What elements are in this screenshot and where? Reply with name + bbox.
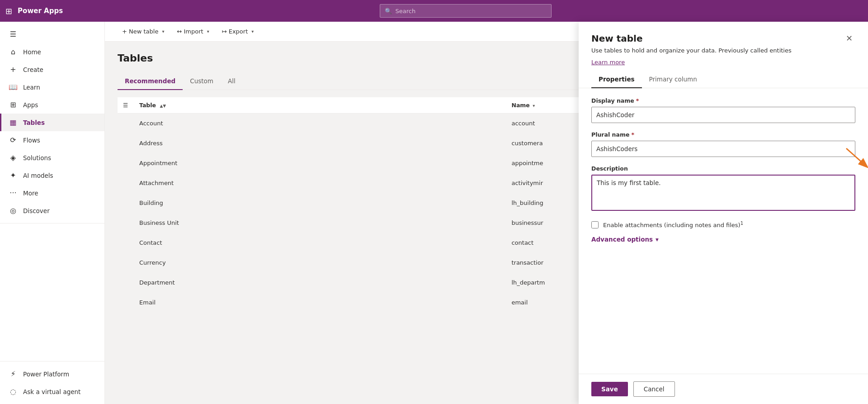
- row-icon-cell: [118, 273, 134, 293]
- sidebar-label-power-platform: Power Platform: [23, 371, 69, 378]
- ai-icon: ✦: [9, 171, 18, 180]
- new-table-label: + New table: [122, 28, 158, 35]
- sidebar-label-apps: Apps: [23, 101, 38, 109]
- attachments-label: Enable attachments (including notes and …: [603, 221, 743, 228]
- panel-tab-primary-column[interactable]: Primary column: [642, 71, 704, 88]
- save-button[interactable]: Save: [591, 382, 628, 396]
- sidebar-item-discover[interactable]: ◎ Discover: [0, 202, 104, 219]
- description-textarea[interactable]: This is my first table.: [591, 175, 855, 211]
- tab-all[interactable]: All: [221, 73, 243, 90]
- sidebar-label-solutions: Solutions: [23, 154, 51, 162]
- row-table-name[interactable]: Building: [134, 193, 506, 213]
- sidebar-label-tables: Tables: [23, 119, 45, 126]
- attachments-superscript: 1: [741, 221, 743, 226]
- sidebar-top: ☰ ⌂ Home + Create 📖 Learn ⊞ Apps ▦ Table…: [0, 22, 104, 223]
- learn-more-link[interactable]: Learn more: [591, 59, 625, 66]
- panel-title: New table: [591, 33, 643, 44]
- advanced-options-row[interactable]: Advanced options ▾: [591, 236, 855, 243]
- row-icon-cell: [118, 253, 134, 273]
- sidebar-label-ai: AI models: [23, 172, 53, 179]
- row-icon-cell: [118, 114, 134, 133]
- panel-tab-properties[interactable]: Properties: [591, 71, 642, 88]
- sidebar-label-virtual-agent: Ask a virtual agent: [23, 388, 80, 395]
- cancel-button[interactable]: Cancel: [633, 381, 675, 397]
- new-table-button[interactable]: + New table ▾: [116, 25, 170, 38]
- search-input[interactable]: [396, 8, 547, 14]
- tables-icon: ▦: [9, 118, 18, 127]
- app-title: Power Apps: [18, 7, 63, 15]
- hamburger-icon: ☰: [9, 30, 18, 38]
- panel-body: Display name * Plural name *: [579, 88, 868, 374]
- required-star-plural: *: [631, 131, 634, 138]
- display-name-field-group: Display name *: [591, 97, 855, 123]
- sidebar-item-home[interactable]: ⌂ Home: [0, 43, 104, 61]
- attachments-checkbox[interactable]: [591, 221, 599, 228]
- sidebar-item-flows[interactable]: ⟳ Flows: [0, 131, 104, 149]
- flows-icon: ⟳: [9, 136, 18, 144]
- display-name-input[interactable]: [591, 107, 855, 123]
- sidebar-item-create[interactable]: + Create: [0, 61, 104, 78]
- close-button[interactable]: ✕: [843, 33, 855, 44]
- sidebar-item-tables[interactable]: ▦ Tables: [0, 114, 104, 131]
- row-table-name[interactable]: Email: [134, 293, 506, 313]
- advanced-options-label: Advanced options: [591, 236, 653, 243]
- new-table-chevron: ▾: [162, 29, 164, 34]
- sidebar-label-flows: Flows: [23, 137, 40, 144]
- export-button[interactable]: ↦ Export ▾: [216, 25, 260, 38]
- sidebar-label-learn: Learn: [23, 84, 40, 91]
- plural-name-input[interactable]: [591, 141, 855, 157]
- tab-custom[interactable]: Custom: [183, 73, 221, 90]
- sidebar-item-solutions[interactable]: ◈ Solutions: [0, 149, 104, 166]
- search-bar[interactable]: 🔍: [380, 4, 552, 18]
- grid-icon[interactable]: ⊞: [5, 6, 12, 16]
- import-button[interactable]: ↔ Import ▾: [170, 25, 215, 38]
- sidebar-item-power-platform[interactable]: ⚡ Power Platform: [0, 365, 104, 383]
- row-table-name[interactable]: Business Unit: [134, 213, 506, 233]
- learn-icon: 📖: [9, 83, 18, 91]
- import-label: ↔ Import: [177, 28, 203, 35]
- solutions-icon: ◈: [9, 153, 18, 162]
- create-icon: +: [9, 65, 18, 74]
- row-icon-cell: [118, 153, 134, 173]
- plural-name-field-group: Plural name *: [591, 131, 855, 157]
- sidebar-item-hamburger[interactable]: ☰: [0, 25, 104, 43]
- sidebar-label-more: More: [23, 190, 38, 197]
- row-table-name[interactable]: Department: [134, 273, 506, 293]
- sidebar-item-more[interactable]: ··· More: [0, 184, 104, 202]
- sort-icon: ▲▼: [160, 104, 166, 108]
- row-table-name[interactable]: Account: [134, 114, 506, 133]
- new-table-panel: New table ✕ Use tables to hold and organ…: [579, 22, 868, 404]
- top-bar: ⊞ Power Apps 🔍: [0, 0, 868, 22]
- col-icon-header: ☰: [118, 97, 134, 114]
- row-icon-cell: [118, 233, 134, 253]
- description-label: Description: [591, 165, 855, 172]
- apps-icon: ⊞: [9, 100, 18, 109]
- name-chevron: ▾: [533, 103, 535, 108]
- sidebar-item-apps[interactable]: ⊞ Apps: [0, 96, 104, 114]
- panel-tabs: Properties Primary column: [591, 71, 855, 88]
- panel-title-row: New table ✕: [591, 33, 855, 44]
- row-table-name[interactable]: Appointment: [134, 153, 506, 173]
- col-table-header[interactable]: Table ▲▼: [134, 97, 506, 114]
- power-platform-icon: ⚡: [9, 370, 18, 378]
- panel-header: New table ✕ Use tables to hold and organ…: [579, 22, 868, 88]
- row-table-name[interactable]: Attachment: [134, 173, 506, 193]
- import-chevron: ▾: [207, 29, 209, 34]
- tab-recommended[interactable]: Recommended: [118, 73, 183, 90]
- row-table-name[interactable]: Address: [134, 133, 506, 153]
- row-table-name[interactable]: Contact: [134, 233, 506, 253]
- sidebar-item-virtual-agent[interactable]: ◌ Ask a virtual agent: [0, 383, 104, 400]
- row-table-name[interactable]: Currency: [134, 253, 506, 273]
- panel-footer: Save Cancel: [579, 374, 868, 404]
- sidebar: ☰ ⌂ Home + Create 📖 Learn ⊞ Apps ▦ Table…: [0, 22, 105, 404]
- panel-description: Use tables to hold and organize your dat…: [591, 47, 855, 54]
- discover-icon: ◎: [9, 206, 18, 215]
- export-label: ↦ Export: [222, 28, 248, 35]
- more-icon: ···: [9, 189, 18, 197]
- sidebar-item-ai-models[interactable]: ✦ AI models: [0, 166, 104, 184]
- sidebar-label-discover: Discover: [23, 207, 50, 214]
- virtual-agent-icon: ◌: [9, 387, 18, 396]
- sidebar-label-create: Create: [23, 66, 43, 73]
- attachments-row: Enable attachments (including notes and …: [591, 221, 855, 228]
- sidebar-item-learn[interactable]: 📖 Learn: [0, 78, 104, 96]
